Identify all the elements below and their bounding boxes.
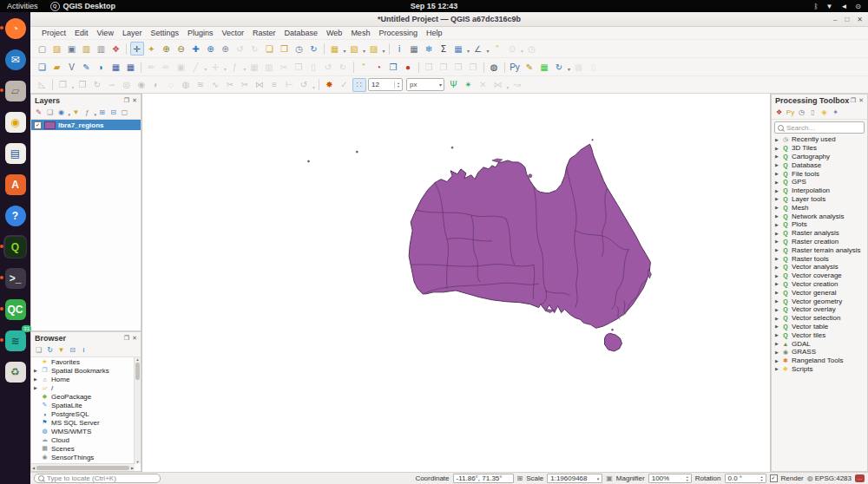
group-mesh[interactable]: ▶ Q Mesh: [772, 203, 867, 212]
browser-item-cloud[interactable]: ☁ Cloud: [31, 435, 135, 444]
new-print-layout[interactable]: ▥: [80, 42, 94, 56]
add-mesh-layer[interactable]: ▦: [124, 60, 138, 74]
browser-item-spatialite[interactable]: ✎ SpatiaLite: [31, 401, 135, 409]
snap-x[interactable]: ✕: [477, 78, 490, 92]
group-3d-tiles[interactable]: ▶ Q 3D Tiles: [772, 144, 867, 153]
close-panel-icon[interactable]: ✕: [132, 335, 137, 342]
expand-arrow-icon[interactable]: ▶: [775, 316, 779, 321]
expand-arrow-icon[interactable]: ▶: [775, 222, 779, 227]
network-icon[interactable]: ▼: [825, 3, 832, 10]
snap-segment[interactable]: ⋈: [491, 78, 505, 92]
group-vector-geometry[interactable]: ▶ Q Vector geometry: [772, 297, 867, 305]
bluetooth-icon[interactable]: ᛒ: [814, 3, 819, 10]
group-raster-tools[interactable]: ▶ Q Raster tools: [772, 254, 867, 263]
open-data-source-manager[interactable]: ❏: [36, 60, 49, 74]
group-vector-general[interactable]: ▶ Q Vector general: [772, 288, 867, 297]
close-panel-icon[interactable]: ✕: [132, 97, 137, 104]
move-feature-copy[interactable]: ❐: [56, 78, 70, 92]
merge-features[interactable]: ⋈: [253, 78, 266, 92]
processing-history[interactable]: ◷: [796, 107, 807, 118]
zoom-last[interactable]: ↺: [233, 42, 247, 56]
close-panel-icon[interactable]: ✕: [858, 97, 864, 104]
group-cartography[interactable]: ▶ Q Cartography: [772, 153, 867, 161]
scale-combo[interactable]: 1:19609468▾: [547, 474, 602, 483]
group-vector-creation[interactable]: ▶ Q Vector creation: [772, 280, 867, 289]
browser-item-scenes[interactable]: ▦ Scenes: [31, 444, 135, 453]
serval-raster-tool[interactable]: ▦: [537, 60, 551, 74]
label-tool-2[interactable]: ❐: [437, 60, 450, 74]
delete-part[interactable]: ◍: [179, 78, 193, 92]
paste-features[interactable]: ▯: [306, 60, 320, 74]
manage-map-themes[interactable]: ◉: [56, 107, 67, 118]
menu-item[interactable]: Edit: [70, 29, 93, 37]
dock-help[interactable]: ?: [3, 204, 27, 227]
remove-layer[interactable]: ▢: [119, 107, 130, 118]
activities-button[interactable]: Activities: [7, 2, 38, 10]
expand-arrow-icon[interactable]: ▶: [775, 171, 779, 176]
expand-arrow-icon[interactable]: ▶: [775, 281, 779, 286]
filter-browser[interactable]: ▼: [56, 344, 67, 356]
group-raster-analysis[interactable]: ▶ Q Raster analysis: [772, 229, 867, 238]
processing-options[interactable]: ✦: [830, 107, 841, 118]
measure[interactable]: ∠: [471, 42, 485, 56]
extents-icon[interactable]: ⊞: [517, 474, 523, 482]
browser-item-mssql[interactable]: ⚑ MS SQL Server: [31, 418, 135, 427]
group-scripts[interactable]: ▶ ◆ Scripts: [772, 365, 867, 374]
expand-arrow-icon[interactable]: ▶: [34, 376, 38, 382]
browser-item-sensorthings[interactable]: ◉ SensorThings: [31, 453, 135, 461]
group-vector-tiles[interactable]: ▶ Q Vector tiles: [772, 330, 867, 339]
group-raster-terrain-analysis[interactable]: ▶ Q Raster terrain analysis: [772, 245, 867, 254]
cad-tools[interactable]: ◺: [36, 78, 49, 92]
collapse-all[interactable]: ⊟: [108, 107, 119, 118]
dock-rhythmbox[interactable]: ◉: [3, 110, 27, 134]
power-icon[interactable]: ⊙: [855, 3, 861, 10]
style-manager[interactable]: ❖: [109, 42, 123, 56]
menu-item[interactable]: Project: [37, 29, 70, 37]
expand-arrow-icon[interactable]: ▶: [775, 290, 779, 295]
expand-all[interactable]: ⊞: [96, 107, 108, 118]
expand-arrow-icon[interactable]: ▶: [34, 385, 38, 390]
python-console[interactable]: Py: [508, 60, 522, 74]
add-group[interactable]: ❏: [44, 107, 56, 118]
expand-arrow-icon[interactable]: ▶: [775, 273, 779, 278]
group-network-analysis[interactable]: ▶ Q Network analysis: [772, 212, 867, 220]
system-tray[interactable]: ᛒ▼◄⊙: [814, 3, 861, 10]
crs-status-button[interactable]: ◍ EPSG:4283: [807, 474, 852, 482]
save-project[interactable]: ▣: [65, 42, 79, 56]
save-layer-edits[interactable]: ✏: [160, 60, 174, 74]
group-gdal[interactable]: ▶ ▲ GDAL: [772, 339, 867, 348]
identify-features[interactable]: i: [392, 42, 406, 56]
delete-ring[interactable]: ◌: [164, 78, 178, 92]
vertex-check[interactable]: ✓: [338, 78, 352, 92]
split-features[interactable]: ✂: [223, 78, 237, 92]
processing-refresh[interactable]: ↻: [552, 60, 566, 74]
add-delimited-text-layer[interactable]: V: [65, 60, 79, 74]
move-feature[interactable]: ✛: [208, 60, 222, 74]
menu-item[interactable]: Help: [422, 29, 447, 37]
expand-arrow-icon[interactable]: ▶: [775, 196, 779, 201]
metasearch[interactable]: ◍: [487, 60, 501, 74]
deselect-features[interactable]: ▨: [367, 42, 381, 56]
open-project[interactable]: ▨: [50, 42, 64, 56]
zoom-full[interactable]: ✚: [189, 42, 203, 56]
group-database[interactable]: ▶ Q Database: [772, 160, 867, 169]
float-panel-icon[interactable]: ❐: [851, 97, 856, 104]
group-vector-analysis[interactable]: ▶ Q Vector analysis: [772, 263, 867, 271]
maximize-button[interactable]: □: [845, 16, 849, 23]
new-spatial-bookmark[interactable]: ❏: [263, 42, 277, 56]
expand-arrow-icon[interactable]: ▶: [775, 350, 779, 355]
rotation-spinner[interactable]: 0.0 °▴▾: [725, 474, 766, 483]
rotate-point-symbols[interactable]: ↺: [297, 78, 311, 92]
refresh-browser[interactable]: ↻: [44, 344, 56, 356]
select-features-by-value[interactable]: ▧: [347, 42, 361, 56]
fill-ring[interactable]: ◐: [149, 78, 163, 92]
group-rangeland-tools[interactable]: ▶ ✱ Rangeland Tools: [772, 356, 867, 365]
group-interpolation[interactable]: ▶ Q Interpolation: [772, 186, 867, 195]
snapping-toggle[interactable]: Ψ: [447, 78, 461, 92]
snapping-spray[interactable]: ✴: [462, 78, 476, 92]
copy-move-tool[interactable]: ❐: [76, 78, 89, 92]
menu-item[interactable]: Database: [280, 29, 323, 37]
dock-libreoffice[interactable]: ▤: [3, 141, 27, 165]
expand-arrow-icon[interactable]: ▶: [775, 162, 779, 167]
dock-qgis[interactable]: Q: [3, 235, 27, 258]
